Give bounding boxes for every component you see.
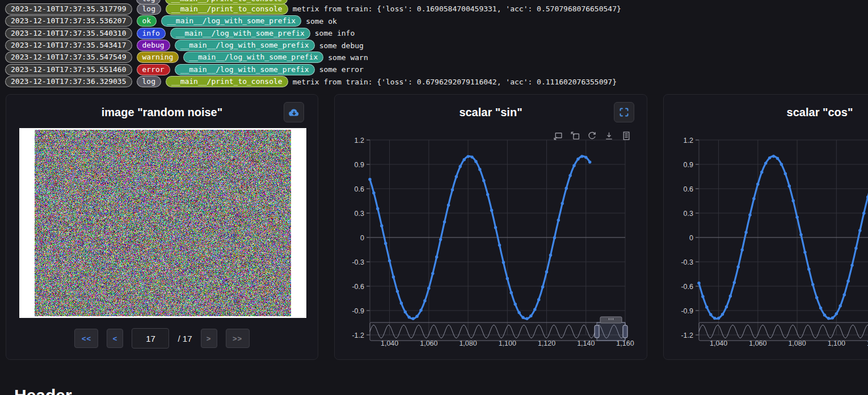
y-axis-label: 1.2 [355, 137, 364, 145]
log-message: some info [315, 29, 355, 37]
y-axis-label: 0.9 [355, 161, 364, 169]
fullscreen-button[interactable] [614, 102, 634, 122]
page-number-input[interactable] [132, 328, 169, 349]
sin-chart-card: 1.20.90.60.30-0.3-0.6-0.9-1.21,0401,0601… [334, 94, 647, 360]
first-page-button[interactable]: << [74, 329, 98, 348]
y-axis-label: -1.2 [681, 332, 693, 339]
log-level-badge: log [137, 76, 161, 87]
datazoom-handle-right[interactable] [623, 325, 627, 338]
log-timestamp: 2023-12-10T17:37:35.551460 [5, 64, 132, 75]
log-module-badge: __main__/print_to_console [166, 3, 288, 15]
image-card-title: image "random noise" [6, 106, 318, 119]
chart-toolbar [553, 131, 631, 141]
log-message: metrix from train: {'loss': 0.6796292079… [293, 78, 617, 86]
section-heading: Header [14, 386, 72, 395]
page-total-label: / 17 [178, 334, 192, 343]
y-axis-label: 0.9 [684, 161, 693, 169]
log-console: log __main__/print_to_console 2023-12-10… [0, 0, 868, 91]
log-timestamp: 2023-12-10T17:37:35.317799 [5, 3, 132, 15]
cos-chart-plot: 1.20.90.60.30-0.3-0.6-0.9-1.21,0401,0601… [664, 95, 868, 360]
restore-icon[interactable] [587, 131, 597, 141]
y-axis-label: -0.9 [352, 307, 364, 315]
cos-card-title: scalar "cos" [664, 106, 868, 119]
y-axis-label: -0.3 [681, 258, 693, 266]
zoom-reset-icon[interactable] [570, 131, 580, 141]
y-axis-label: 0.3 [355, 210, 364, 218]
next-page-button[interactable]: > [201, 329, 217, 348]
datazoom-handle-left[interactable] [595, 325, 599, 338]
datazoom-slider[interactable] [699, 317, 868, 341]
log-message: some ok [306, 17, 337, 26]
log-line: 2023-12-10T17:37:35.536207 ok __main__/l… [0, 15, 868, 27]
save-image-icon[interactable] [604, 131, 614, 141]
random-noise-image [35, 130, 291, 316]
y-axis-label: -0.6 [681, 283, 693, 291]
log-message: some warn [328, 53, 368, 62]
log-level-badge: debug [137, 40, 170, 51]
log-timestamp: 2023-12-10T17:37:35.543417 [5, 40, 132, 51]
log-message: some error [319, 65, 364, 74]
log-level-badge: ok [137, 15, 157, 27]
log-timestamp: 2023-12-10T17:37:36.329035 [5, 76, 132, 87]
log-level-badge: info [137, 28, 166, 39]
prev-page-button[interactable]: < [107, 329, 123, 348]
log-message: metrix from train: {'loss': 0.1690584700… [293, 5, 621, 13]
log-level-badge: log [136, 0, 161, 5]
log-module-badge: __main__/log_with_some_prefix [170, 28, 310, 39]
image-viewer [19, 128, 306, 318]
log-module-badge: __main__/log_with_some_prefix [175, 40, 315, 51]
log-line: 2023-12-10T17:37:36.329035 log __main__/… [0, 76, 868, 88]
log-timestamp: 2023-12-10T17:37:35.547549 [5, 52, 132, 63]
data-view-icon[interactable] [621, 131, 631, 141]
y-axis-label: -0.3 [352, 258, 364, 266]
log-level-badge: warning [137, 52, 179, 63]
cos-chart-card: 1.20.90.60.30-0.3-0.6-0.9-1.21,0401,0601… [663, 94, 868, 360]
log-timestamp: 2023-12-10T17:37:35.536207 [5, 15, 132, 27]
image-pagination: << < / 17 > >> [6, 328, 318, 349]
last-page-button[interactable]: >> [226, 329, 250, 348]
image-card: image "random noise" << < / 17 > >> [6, 94, 318, 360]
area-zoom-icon[interactable] [553, 131, 563, 141]
log-level-badge: log [137, 3, 161, 15]
y-axis-label: 0.3 [684, 210, 693, 218]
log-module-badge: __main__/log_with_some_prefix [161, 15, 301, 27]
y-axis-label: -0.6 [352, 283, 364, 291]
datazoom-slider[interactable] [370, 317, 627, 341]
log-module-badge: __main__/log_with_some_prefix [183, 52, 323, 63]
fullscreen-icon [619, 107, 629, 117]
log-level-badge: error [137, 64, 170, 75]
log-line: log __main__/print_to_console [0, 0, 292, 5]
log-module-badge: __main__/print_to_console [166, 76, 288, 87]
cloud-download-icon [288, 107, 300, 118]
log-line: 2023-12-10T17:37:35.551460 error __main_… [0, 63, 868, 75]
log-line: 2023-12-10T17:37:35.543417 debug __main_… [0, 39, 868, 51]
y-axis-label: 0 [360, 234, 364, 242]
y-axis-label: -0.9 [681, 307, 693, 315]
y-axis-label: 0.6 [684, 185, 693, 193]
log-message: some debug [319, 41, 364, 50]
log-module-badge: __main__/log_with_some_prefix [175, 64, 315, 75]
grid [366, 140, 625, 335]
y-axis-label: 0 [689, 234, 693, 242]
log-module-badge: __main__/print_to_console [165, 0, 288, 5]
grid [696, 140, 868, 335]
download-image-button[interactable] [284, 102, 304, 122]
y-axis-label: 1.2 [684, 137, 693, 145]
log-timestamp: 2023-12-10T17:37:35.540310 [5, 28, 132, 39]
y-axis-label: 0.6 [355, 185, 364, 193]
log-line: 2023-12-10T17:37:35.540310 info __main__… [0, 27, 868, 39]
y-axis-label: -1.2 [352, 332, 364, 339]
sin-card-title: scalar "sin" [335, 106, 647, 119]
log-line: 2023-12-10T17:37:35.547549 warning __mai… [0, 52, 868, 63]
